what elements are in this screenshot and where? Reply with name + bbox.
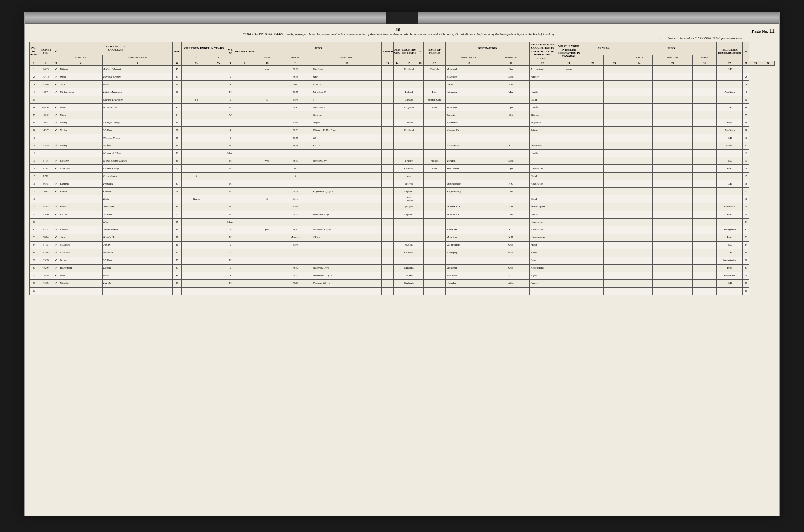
table-cell: 1911 (279, 88, 312, 96)
table-cell (445, 149, 492, 157)
page-container: 10 INSTRUCTIONS TO PURSERS.—Each passeng… (24, 12, 780, 516)
table-cell: 15 (743, 172, 749, 180)
table-cell: B.C. (492, 226, 529, 234)
table-cell: M no (226, 149, 234, 157)
table-cell: 9 (743, 126, 749, 134)
table-cell: 2 (30, 73, 38, 80)
table-cell: S (255, 195, 279, 203)
table-cell (626, 180, 652, 187)
table-cell (445, 195, 492, 203)
table-cell (211, 80, 226, 88)
sub-canada2: 2 (604, 55, 626, 61)
table-row: 235874✓JonesRosabel L.38MMoncton13 Yrs.M… (30, 234, 775, 241)
table-cell: Sear (59, 80, 102, 88)
table-cell: C/E (717, 134, 743, 142)
table-cell (417, 187, 423, 195)
table-cell: Botha (445, 80, 492, 88)
table-cell (423, 234, 445, 241)
table-cell (279, 218, 312, 226)
table-cell: 30 (30, 287, 38, 295)
table-cell (626, 126, 652, 134)
table-cell (604, 88, 626, 96)
table-row: 263366✓NairnWilliam37MBuyerPresbyterian2… (30, 257, 775, 264)
table-cell (693, 264, 717, 272)
col-n10: 10 (255, 61, 279, 65)
table-cell: ✓ (53, 65, 59, 73)
table-cell (401, 226, 417, 234)
table-cell: M (226, 203, 234, 211)
table-cell (394, 211, 401, 218)
table-cell (417, 96, 423, 103)
table-cell: England. (401, 279, 417, 287)
table-cell: 24 (743, 241, 749, 249)
table-cell (211, 203, 226, 211)
table-cell: Que (492, 103, 529, 111)
table-cell (626, 142, 652, 149)
table-row: 21May27M noHousewife21 (30, 218, 775, 226)
table-cell: 40 (172, 241, 181, 249)
table-cell: S (226, 241, 234, 249)
table-cell: England. (401, 187, 417, 195)
table-cell (717, 96, 743, 103)
table-cell: ✓ (53, 103, 59, 111)
table-cell: ✓ (53, 88, 59, 96)
table-cell: C/E (717, 279, 743, 287)
table-cell: M no (226, 218, 234, 226)
table-cell: ✓ (53, 272, 59, 279)
table-cell (423, 211, 445, 218)
table-cell: Ariel Wm. (102, 203, 172, 211)
table-cell (394, 287, 401, 295)
table-cell (234, 80, 255, 88)
table-cell (693, 119, 717, 126)
table-cell: Born (279, 203, 312, 211)
table-cell (417, 88, 423, 96)
table-cell: Ont. (492, 211, 529, 218)
table-cell (626, 272, 652, 279)
table-cell (417, 111, 423, 119)
table-cell: Woodstock 7yrs. (312, 211, 382, 218)
table-cell: Florence May (102, 164, 172, 172)
table-cell: Jos.D. (102, 241, 172, 249)
table-cell (556, 88, 582, 96)
table-cell (582, 287, 604, 295)
table-cell: 47 (172, 65, 181, 73)
table-cell (234, 111, 255, 119)
table-cell (394, 134, 401, 142)
table-cell (401, 149, 417, 157)
table-cell (181, 218, 211, 226)
table-cell: 27 (30, 264, 38, 272)
col-header-denomination: RELIGIOUS DENOMINATION (717, 42, 743, 61)
table-cell: England. (401, 211, 417, 218)
sub-postoffice: POST OFFICE (445, 55, 492, 61)
document-area: 10 INSTRUCTIONS TO PURSERS.—Each passeng… (25, 24, 779, 516)
table-cell (693, 103, 717, 111)
table-cell: 7 (743, 111, 749, 119)
table-cell: Goudie (59, 226, 102, 234)
table-cell (181, 80, 211, 88)
table-cell (492, 172, 529, 180)
table-cell (312, 218, 382, 226)
table-cell: R/C (717, 157, 743, 164)
table-cell (255, 272, 279, 279)
table-cell (211, 264, 226, 272)
table-cell: B.C. (492, 272, 529, 279)
table-cell (312, 203, 382, 211)
table-cell (626, 264, 652, 272)
table-cell (492, 126, 529, 134)
table-cell: 4695 (38, 279, 53, 287)
table-cell: 19 (30, 203, 38, 211)
table-cell: N.B. (492, 203, 529, 211)
table-cell (417, 264, 423, 272)
table-cell (279, 287, 312, 295)
table-cell (172, 287, 181, 295)
table-cell (423, 111, 445, 119)
table-cell (693, 249, 717, 257)
table-cell: 7071 (38, 119, 53, 126)
table-cell (394, 272, 401, 279)
table-cell (255, 164, 279, 172)
table-cell: Child (529, 195, 556, 203)
table-cell (556, 203, 582, 211)
table-cell (582, 111, 604, 119)
table-cell (234, 126, 255, 134)
table-cell (181, 211, 211, 218)
